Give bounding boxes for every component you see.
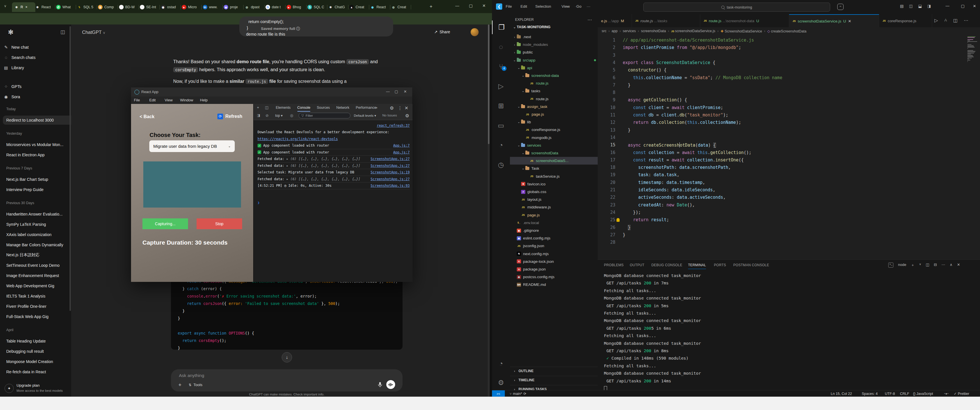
explorer-file--env-local[interactable]: $_.env.local (510, 219, 598, 227)
chat-history-item[interactable]: SetTimeout Event Loop Demo (3, 261, 71, 270)
browser-tab-www-[interactable]: inwww. (200, 2, 223, 12)
explorer-icon[interactable]: ❐ (492, 21, 511, 34)
browser-tab-creat[interactable]: ▲Creat (347, 2, 369, 12)
explorer-folder-screenshot-data[interactable]: ⌄screenshot-data (510, 72, 598, 79)
split-diff-icon[interactable]: ⑃ (944, 17, 947, 23)
nav-forward-icon[interactable]: → (574, 4, 578, 8)
console-log-row[interactable]: Download the React DevTools for a better… (258, 129, 410, 135)
console-log-row[interactable]: Fetched data: ▸(6) [{…}, {…}, {…}, {…}, … (258, 162, 410, 169)
sidebar-scrollbar[interactable] (70, 26, 71, 311)
browser-tab-comp[interactable]: ≣Comp (96, 2, 118, 12)
explorer-file-route-js[interactable]: JSroute.jsU (510, 79, 598, 87)
browser-close-button[interactable]: ✕ (482, 3, 486, 8)
chat-history-item[interactable]: Manage Bar Colors Dynamically (3, 240, 71, 249)
voice-mode-button[interactable] (386, 380, 395, 389)
close-tab-icon[interactable]: × (25, 5, 27, 9)
timer-icon[interactable]: ◷ (492, 158, 510, 172)
sidebar-nav-library[interactable]: ▤Library (3, 63, 68, 72)
explorer-folder-api[interactable]: ⌄api (510, 64, 598, 72)
context-selector[interactable]: top ▾ (275, 114, 283, 118)
run-button-icon[interactable]: ▷ (934, 17, 938, 23)
upgrade-plan-button[interactable]: ✦ Upgrade plan More access to the best m… (0, 380, 71, 397)
source-link[interactable]: ScreenshotApp.js:93 (371, 184, 410, 188)
status-item-utf-8[interactable]: UTF-8 (885, 390, 895, 397)
back-link[interactable]: < Back (140, 114, 154, 119)
copilot-status-icon[interactable]: ᴖᴥᴖ (944, 390, 948, 397)
chat-history-item[interactable]: Table Heading Update (3, 337, 71, 346)
settings-gear-icon[interactable]: ⚙ (492, 376, 510, 389)
vscode-search-box[interactable]: task-monitoring (643, 3, 830, 12)
console-log-row[interactable]: Fetched data: ▸(6) [{…}, {…}, {…}, {…}, … (258, 156, 410, 162)
editor-tab-screenshotDataService-js[interactable]: JSscreenshotDataService.jsU✕ (789, 14, 879, 27)
editor-more-icon[interactable]: ⋯ (964, 17, 968, 23)
menu-edit[interactable]: Edit (149, 98, 156, 102)
status-item-spaces-4[interactable]: Spaces: 4 (862, 390, 878, 397)
panel-tab-problems[interactable]: PROBLEMS (604, 263, 624, 267)
chat-history-item[interactable]: Next.js 日本語対応 (3, 251, 71, 260)
kill-terminal-icon[interactable]: ⊟ (934, 262, 937, 268)
browser-tab-proje[interactable]: ◆proje (221, 2, 243, 12)
console-log-row[interactable]: ✓App component loaded with routerApp.js:… (258, 149, 410, 156)
explorer-folder-tasks[interactable]: ⌄tasks (510, 87, 598, 95)
explorer-folder-Task[interactable]: ⌄Task (510, 165, 598, 172)
section-timeline[interactable]: ›TIMELINE (510, 376, 598, 384)
explorer-file-layout-js[interactable]: JSlayout.js (510, 195, 598, 203)
layout-panel-icon[interactable]: ▤ (900, 4, 904, 8)
devtools-tab-network[interactable]: Network (336, 106, 349, 110)
explorer-file-page-js[interactable]: JSpage.jsM (510, 110, 598, 118)
breadcrumb-item[interactable]: ❖ ScreenshotDataService (721, 29, 762, 33)
devtools-menu-icon[interactable]: ⋮ (398, 105, 402, 111)
source-link[interactable]: App.js:7 (393, 150, 410, 154)
shell-label[interactable]: node (898, 262, 906, 268)
explorer-file-jsconfig-json[interactable]: JSjsconfig.json (510, 242, 598, 250)
react-app-titlebar[interactable]: React App — ▢ ✕ (131, 87, 412, 97)
terminal-dropdown-icon[interactable]: ∨ (919, 262, 921, 268)
layout-right-icon[interactable]: ◨ (927, 4, 931, 8)
vscode-close-button[interactable]: ✕ (973, 4, 976, 8)
devtools-settings-icon[interactable]: ⚙ (390, 105, 394, 111)
explorer-file-postcss-config-mjs[interactable]: ◉postcss.config.mjs (510, 273, 598, 281)
explorer-file-favicon-ico[interactable]: ★favicon.ico (510, 180, 598, 188)
eye-icon[interactable]: ◎ (290, 113, 293, 118)
explorer-file--gitignore[interactable]: ◆.gitignore (510, 227, 598, 234)
chat-history-item[interactable]: Image Enhancement Request (3, 271, 71, 280)
devtools-link[interactable]: https://reactjs.org/link/react-devtools (258, 137, 338, 141)
account-icon[interactable]: ◔ (492, 357, 510, 370)
explorer-folder--next[interactable]: ›.next (510, 33, 598, 41)
browser-tab-bd-w[interactable]: BD-W (117, 2, 139, 12)
editor-tab-e-js[interactable]: e.js ...\appM (598, 14, 632, 27)
user-avatar[interactable] (471, 28, 479, 36)
explorer-folder-node-modules[interactable]: ›node_modules (510, 41, 598, 48)
panel-tab-output[interactable]: OUTPUT (630, 263, 644, 267)
sidebar-nav-search-chats[interactable]: ◌Search chats (3, 53, 68, 62)
explorer-folder-public[interactable]: ›public (510, 48, 598, 56)
browser-tab-se-int[interactable]: SE-Int (138, 2, 160, 12)
vscode-menu-file[interactable]: File (506, 4, 512, 8)
log-levels-dropdown[interactable]: Default levels ▾ (354, 114, 376, 118)
new-terminal-icon[interactable]: ＋ (911, 262, 915, 268)
chat-history-item[interactable]: SymPy LaTeX Parsing (3, 220, 71, 229)
breadcrumb[interactable]: src›app›services›screenshotData›JS scree… (598, 27, 980, 35)
explorer-folder-services[interactable]: ⌄services (510, 141, 598, 149)
devtools-tab-elements[interactable]: Elements (276, 106, 291, 110)
breadcrumb-item[interactable]: JS screenshotDataService.js (671, 29, 715, 33)
capturing-button[interactable]: Capturing... (142, 218, 188, 229)
more-tabs-icon[interactable]: » (375, 106, 377, 110)
vscode-maximize-button[interactable]: ▢ (961, 4, 965, 8)
split-editor-icon[interactable]: ◫ (953, 17, 958, 23)
console-log-row[interactable]: Fetched data: ▸(6) [{…}, {…}, {…}, {…}, … (258, 176, 410, 183)
editor-tab-route-js[interactable]: JSroute.js ...\screenshot-dataU (700, 14, 789, 27)
explorer-file-next-config-mjs[interactable]: Nnext.config.mjs (510, 250, 598, 257)
console-log-row[interactable]: react_refresh:37 (258, 122, 410, 129)
explorer-file-page-js[interactable]: JSpage.jsM (510, 211, 598, 219)
editor-tab-route-js[interactable]: JSroute.js ...\tasks (632, 14, 700, 27)
split-terminal-icon[interactable]: ◫ (926, 262, 929, 268)
breadcrumb-item[interactable]: screenshotData (641, 29, 666, 33)
browser-maximize-button[interactable]: ▢ (469, 3, 473, 8)
explorer-file-README-md[interactable]: M▾README.md (510, 281, 598, 288)
panel-more-icon[interactable]: ⋯ (942, 262, 945, 268)
layout-bottom-icon[interactable]: ⬓ (918, 4, 922, 8)
devtools-tab-performance[interactable]: Performance (356, 106, 376, 110)
source-control-icon[interactable]: ⑂ (492, 60, 510, 73)
breadcrumb-item[interactable]: ◇ createScreenshotData (767, 29, 806, 33)
